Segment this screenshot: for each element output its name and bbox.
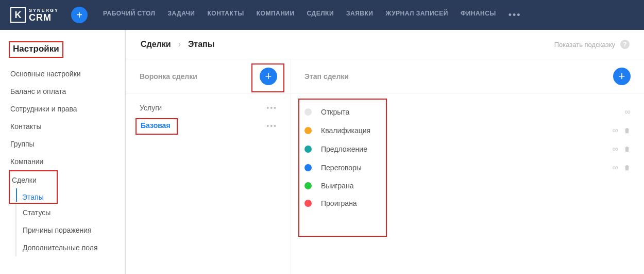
funnel-row-services[interactable]: Услуги ••• [126, 99, 291, 117]
funnel-more-icon[interactable]: ••• [266, 122, 277, 130]
show-hint-link[interactable]: Показать подсказку [554, 41, 615, 49]
stage-color-dot-icon [304, 127, 312, 134]
sidebar-item-contacts[interactable]: Контакты [0, 118, 125, 135]
nav-item-finance[interactable]: ФИНАНСЫ [461, 10, 496, 21]
stage-row[interactable]: Проиграна [304, 195, 631, 212]
stage-name: Выиграна [321, 182, 353, 190]
funnel-more-icon[interactable]: ••• [266, 104, 277, 112]
stage-name: Предложение [321, 145, 367, 153]
funnel-name: Услуги [140, 104, 162, 112]
trash-icon[interactable] [623, 146, 631, 153]
global-add-button[interactable]: + [71, 7, 88, 23]
funnels-column: Воронка сделки + Услуги ••• Базовая ••• [126, 59, 291, 274]
stage-actions: ∞ [613, 144, 631, 154]
nav-item-companies[interactable]: КОМПАНИИ [257, 10, 295, 21]
stages-column: Этап сделки + Открыта∞Квалификация∞Предл… [291, 59, 644, 274]
infinity-icon[interactable]: ∞ [625, 107, 631, 117]
settings-sidebar: Настройки Основные настройки Баланс и оп… [0, 30, 126, 274]
nav-items: РАБОЧИЙ СТОЛ ЗАДАЧИ КОНТАКТЫ КОМПАНИИ СД… [103, 10, 521, 21]
highlight-deals-group: Сделки Этапы [9, 170, 58, 204]
stage-color-dot-icon [304, 200, 312, 207]
trash-icon[interactable] [623, 127, 631, 134]
logo[interactable]: K SYNERGY CRM [10, 7, 59, 23]
nav-item-journal[interactable]: ЖУРНАЛ ЗАПИСЕЙ [385, 10, 448, 21]
stage-row[interactable]: Переговоры∞ [304, 158, 631, 177]
breadcrumb-leaf: Этапы [188, 40, 214, 49]
sidebar-sub-loss-reasons[interactable]: Причины поражения [15, 221, 125, 239]
stage-name: Квалификация [321, 126, 370, 135]
stage-row[interactable]: Квалификация∞ [304, 121, 631, 140]
stage-list: Открыта∞Квалификация∞Предложение∞Перегов… [291, 93, 644, 221]
add-funnel-button[interactable]: + [260, 68, 277, 85]
infinity-icon[interactable]: ∞ [613, 126, 618, 135]
trash-icon[interactable] [623, 164, 631, 171]
nav-item-deals[interactable]: СДЕЛКИ [307, 10, 334, 21]
sidebar-item-staff[interactable]: Сотрудники и права [0, 100, 125, 118]
highlight-active-funnel: Базовая [135, 118, 178, 135]
sidebar-sub-custom-fields[interactable]: Дополнительные поля [15, 239, 125, 256]
main-content: Сделки › Этапы Показать подсказку ? Воро… [126, 30, 644, 274]
stage-actions: ∞ [625, 107, 631, 117]
nav-item-contacts[interactable]: КОНТАКТЫ [207, 10, 244, 21]
funnel-name[interactable]: Базовая [141, 121, 171, 130]
stage-color-dot-icon [304, 146, 312, 153]
top-nav: K SYNERGY CRM + РАБОЧИЙ СТОЛ ЗАДАЧИ КОНТ… [0, 0, 644, 30]
sidebar-item-groups[interactable]: Группы [0, 135, 125, 153]
chevron-right-icon: › [178, 40, 181, 49]
stage-name: Переговоры [321, 164, 362, 172]
breadcrumb-root[interactable]: Сделки [141, 40, 171, 49]
stages-title: Этап сделки [304, 72, 349, 80]
nav-more-icon[interactable]: ••• [509, 10, 521, 21]
infinity-icon[interactable]: ∞ [613, 163, 618, 172]
infinity-icon[interactable]: ∞ [613, 144, 618, 154]
stage-row[interactable]: Выиграна [304, 177, 631, 195]
funnels-title: Воронка сделки [140, 72, 197, 80]
stage-color-dot-icon [304, 108, 312, 116]
breadcrumb: Сделки › Этапы [141, 40, 214, 49]
sidebar-item-deals[interactable]: Сделки [10, 173, 57, 188]
highlight-settings-title: Настройки [9, 41, 63, 58]
sidebar-item-general[interactable]: Основные настройки [0, 65, 125, 83]
content-header: Сделки › Этапы Показать подсказку ? [126, 30, 644, 59]
sidebar-title: Настройки [13, 44, 59, 54]
help-icon[interactable]: ? [620, 40, 630, 49]
sidebar-item-companies[interactable]: Компании [0, 153, 125, 170]
stage-color-dot-icon [304, 164, 312, 171]
funnels-header: Воронка сделки + [126, 59, 291, 93]
stage-name: Проиграна [321, 199, 357, 207]
nav-item-requests[interactable]: ЗАЯВКИ [346, 10, 373, 21]
funnel-list: Услуги ••• Базовая ••• [126, 93, 291, 140]
stage-row[interactable]: Открыта∞ [304, 103, 631, 121]
logo-text: SYNERGY CRM [29, 8, 59, 22]
stage-actions: ∞ [613, 126, 631, 135]
nav-item-tasks[interactable]: ЗАДАЧИ [167, 10, 195, 21]
stage-actions: ∞ [613, 163, 631, 172]
stages-header: Этап сделки + [291, 59, 644, 93]
sidebar-item-balance[interactable]: Баланс и оплата [0, 83, 125, 100]
add-stage-button[interactable]: + [613, 68, 631, 85]
stage-color-dot-icon [304, 182, 312, 189]
stage-name: Открыта [321, 108, 349, 116]
stage-row[interactable]: Предложение∞ [304, 140, 631, 158]
sidebar-sub-stages[interactable]: Этапы [16, 188, 57, 202]
sidebar-sub-statuses[interactable]: Статусы [15, 204, 125, 221]
nav-item-desktop[interactable]: РАБОЧИЙ СТОЛ [103, 10, 155, 21]
logo-mark-icon: K [10, 7, 26, 23]
